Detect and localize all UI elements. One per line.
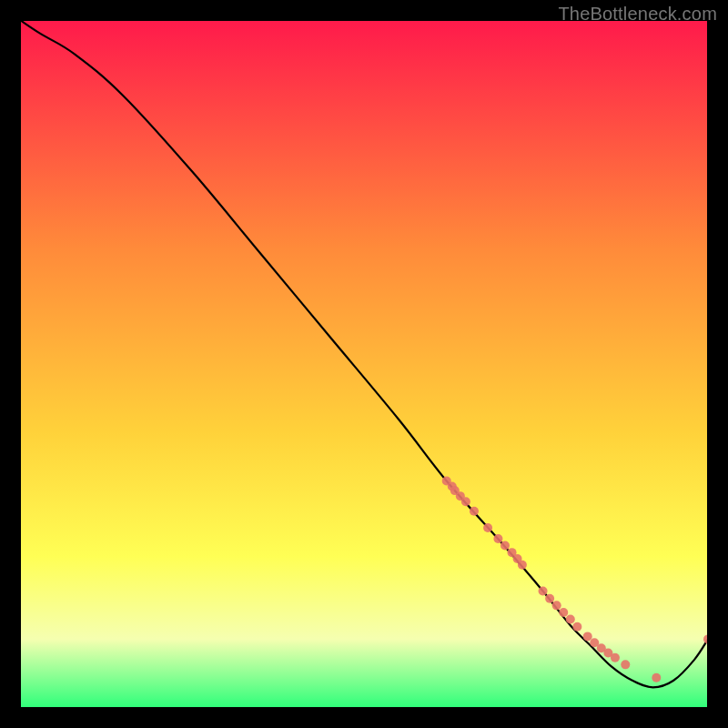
data-point	[652, 673, 661, 682]
data-point	[545, 594, 554, 603]
plot-svg	[20, 20, 708, 708]
data-point	[621, 660, 630, 669]
plot-area	[20, 20, 708, 708]
gradient-bg	[20, 20, 708, 708]
data-point	[539, 586, 548, 595]
data-point	[583, 632, 592, 641]
chart-stage: TheBottleneck.com	[0, 0, 728, 728]
data-point	[559, 608, 568, 617]
data-point	[572, 622, 581, 632]
data-point	[611, 653, 620, 662]
data-point	[518, 561, 527, 570]
data-point	[461, 497, 470, 506]
data-point	[500, 541, 510, 551]
data-point	[483, 523, 492, 532]
data-point	[566, 614, 575, 623]
data-point	[493, 534, 502, 543]
data-point	[470, 507, 479, 516]
data-point	[552, 601, 561, 610]
